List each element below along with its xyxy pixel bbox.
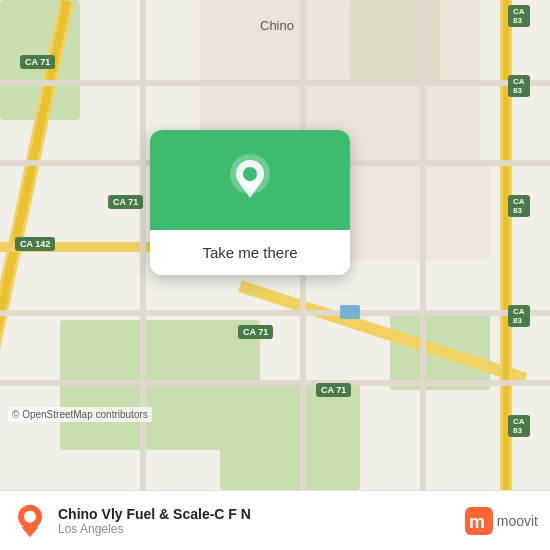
location-subtitle: Los Angeles	[58, 522, 465, 536]
popup-header	[150, 130, 350, 230]
location-pin-icon	[226, 152, 274, 208]
moovit-logo: m moovit	[465, 507, 538, 535]
road-h3	[0, 310, 550, 316]
badge-ca83-3: CA83	[508, 195, 530, 217]
bottom-text-block: Chino Vly Fuel & Scale-C F N Los Angeles	[58, 506, 465, 536]
svg-text:m: m	[469, 512, 485, 532]
road-h4	[0, 380, 550, 386]
badge-ca142: CA 142	[15, 237, 55, 251]
road-v3	[420, 0, 426, 490]
city-label-chino: Chino	[260, 18, 294, 33]
badge-ca83-1: CA83	[508, 5, 530, 27]
popup-card: Take me there	[150, 130, 350, 275]
road-h1	[0, 80, 550, 86]
urban-area-ne	[340, 160, 490, 260]
take-me-there-button[interactable]: Take me there	[150, 230, 350, 275]
bottom-bar: Chino Vly Fuel & Scale-C F N Los Angeles…	[0, 490, 550, 550]
badge-ca83-4: CA83	[508, 305, 530, 327]
map-container: CA 71 CA 71 CA 71 CA 71 CA 142 CA83 CA83…	[0, 0, 550, 490]
map-copyright: © OpenStreetMap contributors	[8, 407, 152, 422]
map-feature-blue	[340, 305, 360, 319]
badge-ca71-1: CA 71	[20, 55, 55, 69]
svg-marker-6	[21, 527, 38, 537]
svg-point-2	[243, 167, 257, 181]
moovit-icon: m	[465, 507, 493, 535]
badge-ca71-4: CA 71	[316, 383, 351, 397]
svg-point-5	[24, 510, 36, 522]
location-title: Chino Vly Fuel & Scale-C F N	[58, 506, 465, 522]
badge-ca71-3: CA 71	[238, 325, 273, 339]
badge-ca83-5: CA83	[508, 415, 530, 437]
bottom-location-icon	[12, 503, 48, 539]
badge-ca83-2: CA83	[508, 75, 530, 97]
moovit-label: moovit	[497, 513, 538, 529]
badge-ca71-2: CA 71	[108, 195, 143, 209]
